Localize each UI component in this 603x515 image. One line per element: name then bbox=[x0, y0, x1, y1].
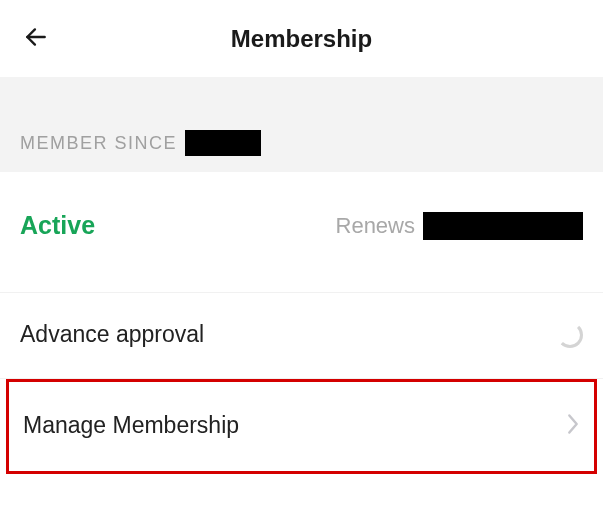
status-row: Active Renews bbox=[0, 172, 603, 293]
back-arrow-icon bbox=[23, 24, 49, 54]
loading-spinner-icon bbox=[557, 322, 583, 348]
manage-membership-row[interactable]: Manage Membership bbox=[6, 379, 597, 474]
chevron-right-icon bbox=[566, 413, 580, 439]
page-title: Membership bbox=[0, 25, 603, 53]
member-since-section: MEMBER SINCE bbox=[0, 78, 603, 172]
manage-membership-label: Manage Membership bbox=[23, 412, 239, 439]
member-since-label: MEMBER SINCE bbox=[20, 133, 177, 154]
renews-info: Renews bbox=[336, 212, 583, 240]
advance-approval-row[interactable]: Advance approval bbox=[0, 293, 603, 379]
header: Membership bbox=[0, 0, 603, 78]
advance-approval-label: Advance approval bbox=[20, 321, 204, 348]
member-since-date-redacted bbox=[185, 130, 261, 156]
status-badge: Active bbox=[20, 211, 95, 240]
renews-label: Renews bbox=[336, 213, 415, 239]
renews-date-redacted bbox=[423, 212, 583, 240]
back-button[interactable] bbox=[18, 21, 54, 57]
